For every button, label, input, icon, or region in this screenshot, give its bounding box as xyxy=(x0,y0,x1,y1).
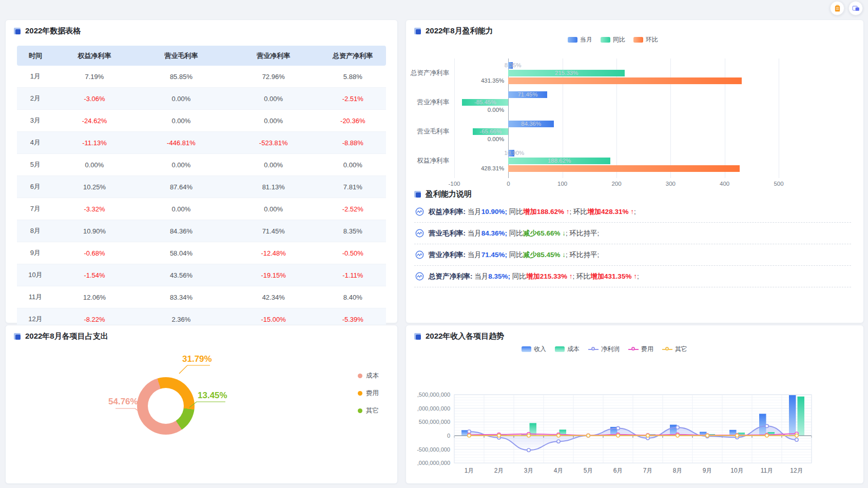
table-cell: -2.52% xyxy=(320,198,386,220)
svg-text:500,000,000: 500,000,000 xyxy=(419,419,450,425)
gridline xyxy=(725,58,725,178)
pie-legend: 成本费用其它 xyxy=(358,372,379,415)
table-cell: 83.34% xyxy=(135,286,227,308)
table-row: 7月-3.32%0.00%0.00%-2.52% xyxy=(17,198,386,220)
svg-text:0: 0 xyxy=(447,433,450,439)
note-segment: 增加428.31% ↑ xyxy=(587,207,634,217)
legend-item[interactable]: 净利润 xyxy=(588,345,620,354)
note-segment: 同比 xyxy=(509,229,523,238)
svg-text:12月: 12月 xyxy=(790,467,803,474)
category-label: 总资产净利率 xyxy=(406,58,449,88)
note-segment: ; xyxy=(570,208,574,216)
x-axis-tick-label: -100 xyxy=(442,181,467,187)
table-cell: 0.00% xyxy=(135,110,227,132)
table-cell: 3月 xyxy=(17,110,54,132)
legend-label: 成本 xyxy=(366,372,379,380)
legend-item[interactable]: 其它 xyxy=(358,406,379,415)
note-segment: 71.45%; xyxy=(481,251,509,259)
table-cell: 10.25% xyxy=(54,176,135,198)
legend-line-marker xyxy=(628,349,639,350)
table-cell: 11月 xyxy=(17,286,54,308)
legend-item[interactable]: 成本 xyxy=(358,372,379,380)
note-segment: 10.90%; xyxy=(481,208,509,216)
legend-item[interactable]: 成本 xyxy=(555,345,580,354)
legend-line-marker xyxy=(588,349,599,350)
table-cell: 5月 xyxy=(17,154,54,176)
note-segment: 权益净利率: xyxy=(429,207,468,217)
table-row: 8月10.90%84.36%71.45%8.35% xyxy=(17,220,386,242)
svg-text:-500,000,000: -500,000,000 xyxy=(417,446,450,453)
table-cell: 0.00% xyxy=(227,154,320,176)
svg-text:3月: 3月 xyxy=(524,467,534,474)
table-cell: 8.35% xyxy=(320,220,386,242)
legend-line-marker xyxy=(662,349,672,350)
panel-expense-pie: 2022年8月各项目占支出 31.79% 13.45% 54.76% 成本费用其… xyxy=(5,325,398,484)
table-cell: 8月 xyxy=(17,220,54,242)
legend-chip xyxy=(633,37,643,43)
window-switch-icon xyxy=(852,5,860,12)
legend-item[interactable]: 当月 xyxy=(568,35,592,44)
x-axis-tick-label: 200 xyxy=(604,181,629,187)
panel-revenue-trend: 2022年收入各项目趋势 收入成本净利润费用其它 ,500,000,000,00… xyxy=(406,325,864,484)
svg-text:,000,000,000: ,000,000,000 xyxy=(417,460,450,466)
panel-title-icon xyxy=(414,333,421,340)
table-row: 4月-11.13%-446.81%-523.81%-8.88% xyxy=(17,132,386,154)
category-label: 营业毛利率 xyxy=(406,117,449,146)
table-cell: -20.36% xyxy=(320,110,386,132)
table-header-row: 时间权益净利率营业毛利率营业净利率总资产净利率 xyxy=(17,46,386,66)
report-button[interactable] xyxy=(830,1,844,15)
panel-header: 2022年8月盈利能力 xyxy=(414,26,493,36)
notes-header: 盈利能力说明 xyxy=(414,189,851,199)
table-cell: 0.00% xyxy=(227,88,320,110)
legend-item[interactable]: 其它 xyxy=(662,345,687,354)
svg-text:11月: 11月 xyxy=(761,467,773,474)
legend-label: 当月 xyxy=(580,35,592,44)
table-row: 6月10.25%87.64%81.13%7.81% xyxy=(17,176,386,198)
table-cell: 8.40% xyxy=(320,286,386,308)
table-cell: -19.15% xyxy=(227,264,320,286)
svg-text:9月: 9月 xyxy=(703,467,712,474)
column-header: 营业毛利率 xyxy=(135,46,227,66)
legend-item[interactable]: 费用 xyxy=(628,345,653,354)
legend-ring xyxy=(591,347,595,350)
bar-value-label: 215.33% xyxy=(508,70,625,76)
note-segment: 当月 xyxy=(468,229,481,238)
bar-value-label: 0.00% xyxy=(459,107,504,113)
bar-value-label: 8.35% xyxy=(499,62,526,69)
note-segment: 环比 xyxy=(576,272,590,281)
table-cell: -1.11% xyxy=(320,264,386,286)
legend-item[interactable]: 收入 xyxy=(522,345,546,354)
legend-ring xyxy=(665,347,669,350)
pie-label-cost: 54.76% xyxy=(108,397,138,407)
table-cell: 7.19% xyxy=(54,66,135,88)
panel-title: 2022年数据表格 xyxy=(25,26,81,36)
table-cell: 7月 xyxy=(17,198,54,220)
table-cell: 0.00% xyxy=(227,198,320,220)
bar-segment xyxy=(508,165,740,172)
table-cell: 7.81% xyxy=(320,176,386,198)
gridline xyxy=(670,58,671,178)
note-segment: 当月 xyxy=(468,207,481,217)
svg-text:2月: 2月 xyxy=(494,467,504,474)
table-cell: -0.50% xyxy=(320,242,386,264)
note-segment: 同比 xyxy=(512,272,526,281)
window-switch-button[interactable] xyxy=(848,1,863,15)
panel-title-icon xyxy=(14,333,21,340)
table-cell: 72.96% xyxy=(227,66,320,88)
panel-header: 2022年收入各项目趋势 xyxy=(414,331,504,341)
table-row: 1月7.19%85.85%72.96%5.88% xyxy=(17,66,386,88)
profit-note: 营业毛利率: 当月84.36%; 同比减少65.66% ↓; 环比持平; xyxy=(414,223,851,244)
legend-label: 其它 xyxy=(675,345,687,354)
bar-value-label: 0.00% xyxy=(459,136,504,143)
table-cell: 87.64% xyxy=(135,176,227,198)
legend-item[interactable]: 费用 xyxy=(358,389,379,398)
panel-data-table: 2022年数据表格 时间权益净利率营业毛利率营业净利率总资产净利率 1月7.19… xyxy=(5,19,398,323)
x-axis-tick-label: 500 xyxy=(766,181,791,187)
legend-item[interactable]: 环比 xyxy=(633,35,658,44)
legend-label: 环比 xyxy=(646,35,658,44)
panel-profitability: 2022年8月盈利能力 当月同比环比 -1000100200300400500总… xyxy=(406,19,864,323)
table-cell: 71.45% xyxy=(227,220,320,242)
table-cell: 84.36% xyxy=(135,220,227,242)
legend-item[interactable]: 同比 xyxy=(601,35,625,44)
donut-chart[interactable] xyxy=(137,377,195,435)
